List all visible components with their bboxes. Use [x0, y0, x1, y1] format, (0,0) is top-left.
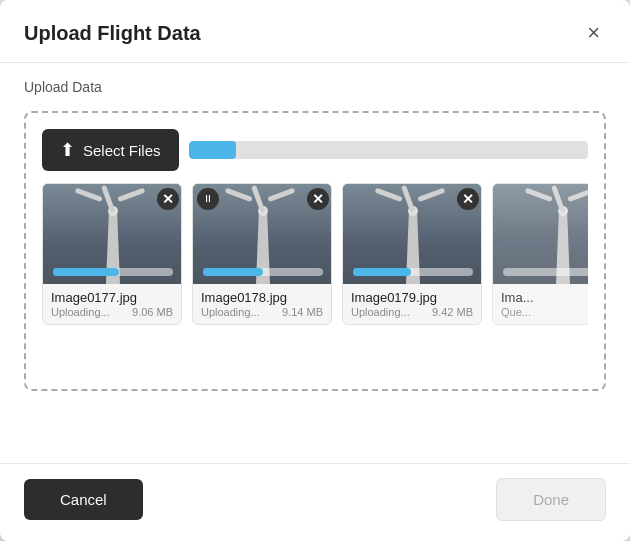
- modal-body: Upload Data ⬆ Select Files: [0, 63, 630, 463]
- upload-top-bar: ⬆ Select Files: [42, 129, 588, 171]
- image-card-info: Image0179.jpg Uploading... 9.42 MB: [343, 284, 481, 324]
- image-thumb: ⏸ ✕: [193, 184, 332, 284]
- modal-title: Upload Flight Data: [24, 22, 201, 45]
- image-thumb: [493, 184, 588, 284]
- select-files-button[interactable]: ⬆ Select Files: [42, 129, 179, 171]
- card-progress-fill: [353, 268, 411, 276]
- upload-zone: ⬆ Select Files: [24, 111, 606, 391]
- image-card-status: Uploading... 9.06 MB: [51, 306, 173, 318]
- select-files-label: Select Files: [83, 142, 161, 159]
- card-progress-bar: [353, 268, 473, 276]
- modal-footer: Cancel Done: [0, 463, 630, 541]
- upload-section-label: Upload Data: [24, 79, 606, 95]
- image-status-label: Uploading...: [201, 306, 260, 318]
- image-grid: ✕ Image0177.jpg Uploading... 9.06 MB: [42, 183, 588, 325]
- image-size-label: 9.42 MB: [432, 306, 473, 318]
- image-thumb: ✕: [43, 184, 182, 284]
- image-size-label: 9.06 MB: [132, 306, 173, 318]
- image-card-status: Uploading... 9.14 MB: [201, 306, 323, 318]
- card-close-button[interactable]: ✕: [457, 188, 479, 210]
- image-card-status: Uploading... 9.42 MB: [351, 306, 473, 318]
- image-status-label: Uploading...: [351, 306, 410, 318]
- cancel-button[interactable]: Cancel: [24, 479, 143, 520]
- card-progress-bar: [503, 268, 588, 276]
- image-size-label: 9.14 MB: [282, 306, 323, 318]
- image-card-name: Image0178.jpg: [201, 290, 323, 305]
- image-status-label: Uploading...: [51, 306, 110, 318]
- image-status-label: Que...: [501, 306, 531, 318]
- image-card-name: Image0177.jpg: [51, 290, 173, 305]
- image-card: Ima... Que...: [492, 183, 588, 325]
- image-card-info: Ima... Que...: [493, 284, 588, 324]
- card-close-button[interactable]: ✕: [157, 188, 179, 210]
- image-card-status: Que...: [501, 306, 588, 318]
- card-progress-bar: [203, 268, 323, 276]
- card-progress-fill: [203, 268, 263, 276]
- image-card: ⏸ ✕ Image0178.jpg Uploading... 9.14 MB: [192, 183, 332, 325]
- card-progress-bar: [53, 268, 173, 276]
- upload-modal: Upload Flight Data × Upload Data ⬆ Selec…: [0, 0, 630, 541]
- image-card: ✕ Image0179.jpg Uploading... 9.42 MB: [342, 183, 482, 325]
- image-card-name: Ima...: [501, 290, 588, 305]
- card-progress-fill: [53, 268, 119, 276]
- image-card-name: Image0179.jpg: [351, 290, 473, 305]
- card-close-button[interactable]: ✕: [307, 188, 329, 210]
- image-card: ✕ Image0177.jpg Uploading... 9.06 MB: [42, 183, 182, 325]
- image-card-info: Image0177.jpg Uploading... 9.06 MB: [43, 284, 181, 324]
- done-button: Done: [496, 478, 606, 521]
- image-card-info: Image0178.jpg Uploading... 9.14 MB: [193, 284, 331, 324]
- modal-header: Upload Flight Data ×: [0, 0, 630, 63]
- global-progress-bar: [189, 141, 588, 159]
- image-thumb: ✕: [343, 184, 482, 284]
- global-progress-fill: [189, 141, 237, 159]
- upload-icon: ⬆: [60, 139, 75, 161]
- card-pause-button[interactable]: ⏸: [197, 188, 219, 210]
- modal-close-button[interactable]: ×: [581, 20, 606, 46]
